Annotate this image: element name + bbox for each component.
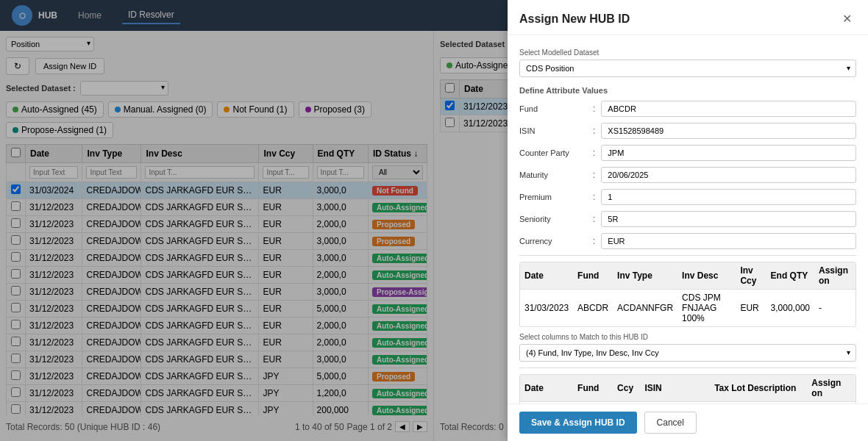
field-premium-label: Premium xyxy=(519,193,593,201)
field-fund-input[interactable] xyxy=(601,101,856,117)
match-columns-select1[interactable]: (4) Fund, Inv Type, Inv Desc, Inv Ccy xyxy=(519,344,856,362)
assign-hub-id-modal: Assign New HUB ID ✕ Select Modelled Data… xyxy=(508,0,868,441)
modal-body: Select Modelled Dataset CDS Position Def… xyxy=(508,35,868,404)
field-seniority-label: Seniority xyxy=(519,215,593,223)
field-fund: Fund : xyxy=(519,101,856,117)
inner2-col-tax-lot-desc: Tax Lot Description xyxy=(710,375,807,402)
inner-table1-container: Date Fund Inv Type Inv Desc Inv Ccy End … xyxy=(519,262,856,327)
field-seniority: Seniority : xyxy=(519,211,856,227)
field-counter-party-label: Counter Party xyxy=(519,148,593,157)
modal-title: Assign New HUB ID xyxy=(519,12,630,26)
inner1-inv-ccy: EUR xyxy=(736,290,766,327)
inner1-col-date: Date xyxy=(520,262,573,290)
field-maturity-input[interactable] xyxy=(601,167,856,183)
select-columns-label1: Select columns to Match to this HUB ID xyxy=(519,333,856,341)
select-dataset-section-label: Select Modelled Dataset xyxy=(519,49,856,57)
field-isin-label: ISIN xyxy=(519,126,593,135)
inner1-fund: ABCDR xyxy=(573,290,613,327)
field-maturity: Maturity : xyxy=(519,167,856,183)
field-seniority-input[interactable] xyxy=(601,211,856,227)
inner2-col-fund: Fund xyxy=(573,375,613,402)
define-attributes-label: Define Attribute Values xyxy=(519,86,856,95)
modal-overlay: Assign New HUB ID ✕ Select Modelled Data… xyxy=(0,0,868,441)
inner1-end-qty: 3,000,000 xyxy=(766,290,814,327)
inner1-table-row: 31/03/2023 ABCDR ACDANNFGR CDS JPM FNJAA… xyxy=(520,290,855,327)
inner1-col-assign-on: Assign on xyxy=(814,262,855,290)
inner1-inv-type: ACDANNFGR xyxy=(613,290,677,327)
inner2-col-ccy: Ccy xyxy=(613,375,640,402)
field-premium: Premium : xyxy=(519,189,856,205)
inner-table1: Date Fund Inv Type Inv Desc Inv Ccy End … xyxy=(520,262,855,326)
field-currency-label: Currency xyxy=(519,237,593,245)
modelled-dataset-select[interactable]: CDS Position xyxy=(519,60,856,77)
field-fund-label: Fund xyxy=(519,104,593,113)
field-currency-input[interactable] xyxy=(601,233,856,249)
inner2-col-date: Date xyxy=(520,375,573,402)
field-counter-party-input[interactable] xyxy=(601,145,856,161)
modal-footer: Save & Assign HUB ID Cancel xyxy=(508,404,868,441)
modal-close-button[interactable]: ✕ xyxy=(838,10,856,27)
inner1-col-fund: Fund xyxy=(573,262,613,290)
field-maturity-label: Maturity xyxy=(519,171,593,179)
inner1-col-inv-ccy: Inv Ccy xyxy=(736,262,766,290)
field-counter-party: Counter Party : xyxy=(519,145,856,161)
inner-table2: Date Fund Ccy ISIN Tax Lot Description A… xyxy=(520,375,855,404)
inner2-col-assign-on: Assign on xyxy=(807,375,855,402)
field-isin-input[interactable] xyxy=(601,123,856,139)
inner1-col-inv-type: Inv Type xyxy=(613,262,677,290)
field-currency: Currency : xyxy=(519,233,856,249)
modal-header: Assign New HUB ID ✕ xyxy=(508,0,868,35)
cancel-button[interactable]: Cancel xyxy=(644,412,697,434)
inner1-assign-on: - xyxy=(814,290,855,327)
inner2-col-isin: ISIN xyxy=(640,375,710,402)
inner-table2-container: Date Fund Ccy ISIN Tax Lot Description A… xyxy=(519,374,856,404)
inner1-col-inv-desc: Inv Desc xyxy=(677,262,736,290)
inner1-date: 31/03/2023 xyxy=(520,290,573,327)
inner1-inv-desc: CDS JPM FNJAAG 100% xyxy=(677,290,736,327)
save-assign-hub-id-button[interactable]: Save & Assign HUB ID xyxy=(519,412,637,434)
inner1-col-end-qty: End QTY xyxy=(766,262,814,290)
field-isin: ISIN : xyxy=(519,123,856,139)
field-premium-input[interactable] xyxy=(601,189,856,205)
